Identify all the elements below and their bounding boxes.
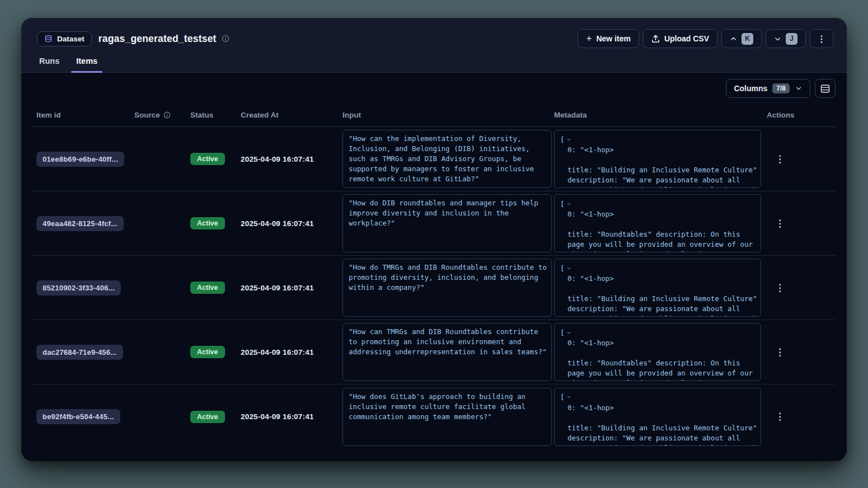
col-status: Status <box>190 111 241 119</box>
chevron-down-icon <box>795 85 803 92</box>
tab-runs[interactable]: Runs <box>39 57 59 72</box>
input-text: "How does GitLab's approach to building … <box>349 392 546 422</box>
metadata-text: 0: "<1-hop> title: "Roundtables" descrip… <box>560 209 755 252</box>
title-info-icon[interactable] <box>222 35 229 43</box>
item-id-badge[interactable]: dac27684-71e9-456... <box>36 345 123 360</box>
metadata-preview-box[interactable]: [ 0: "<1-hop> title: "Roundtables" descr… <box>554 323 761 381</box>
created-at-cell: 2025-04-09 16:07:41 <box>241 219 342 228</box>
metadata-preview-box[interactable]: [ 0: "<1-hop> title: "Building an Inclus… <box>554 388 761 446</box>
status-badge: Active <box>190 411 225 423</box>
status-badge: Active <box>190 217 225 229</box>
chevron-down-icon[interactable] <box>566 330 571 335</box>
chevron-down-icon[interactable] <box>566 266 571 271</box>
input-preview-box[interactable]: "How can the implementation of Diversity… <box>342 130 552 188</box>
rows-icon <box>820 85 830 93</box>
metadata-open-line: [ <box>560 392 755 403</box>
plus-icon: + <box>586 34 592 43</box>
metadata-preview-box[interactable]: [ 0: "<1-hop> title: "Building an Inclus… <box>554 130 761 188</box>
columns-select-button[interactable]: Columns 7/8 <box>726 79 810 98</box>
input-text: "How do TMRGs and DIB Roundtables contri… <box>349 262 546 293</box>
info-icon[interactable] <box>163 111 171 119</box>
table-row: dac27684-71e9-456... Active 2025-04-09 1… <box>32 320 836 384</box>
dataset-badge-label: Dataset <box>57 35 85 43</box>
table-row: 01ee8b69-e6be-40ff... Active 2025-04-09 … <box>32 127 836 191</box>
input-cell: "How do DIB roundtables and manager tips… <box>342 194 554 252</box>
input-cell: "How can the implementation of Diversity… <box>342 130 554 188</box>
col-item-id: Item id <box>36 111 134 119</box>
input-cell: "How do TMRGs and DIB Roundtables contri… <box>342 259 554 317</box>
actions-cell: ⋮ <box>767 218 836 229</box>
item-id-cell: dac27684-71e9-456... <box>36 345 134 360</box>
metadata-preview-box[interactable]: [ 0: "<1-hop> title: "Building an Inclus… <box>554 259 761 317</box>
metadata-cell: [ 0: "<1-hop> title: "Roundtables" descr… <box>554 323 767 381</box>
metadata-open-line: [ <box>560 327 755 338</box>
metadata-cell: [ 0: "<1-hop> title: "Roundtables" descr… <box>554 194 767 252</box>
col-created-at: Created At <box>241 111 342 119</box>
upload-icon <box>651 35 660 43</box>
prev-item-button[interactable]: K <box>721 29 762 48</box>
metadata-cell: [ 0: "<1-hop> title: "Building an Inclus… <box>554 130 767 188</box>
chevron-up-icon <box>730 35 737 43</box>
col-actions: Actions <box>767 111 836 119</box>
col-metadata: Metadata <box>554 111 767 119</box>
header-actions: + New item Upload CSV K J ⋮ <box>578 29 833 48</box>
key-badge-j: J <box>786 33 797 45</box>
tabs: Runs Items <box>37 57 833 72</box>
item-id-badge[interactable]: be92f4fb-e504-445... <box>36 409 120 424</box>
status-badge: Active <box>190 153 225 165</box>
item-id-badge[interactable]: 49eaa482-8125-4fcf... <box>36 216 124 231</box>
actions-cell: ⋮ <box>767 346 836 358</box>
row-height-button[interactable] <box>815 79 836 98</box>
actions-cell: ⋮ <box>767 153 836 165</box>
metadata-cell: [ 0: "<1-hop> title: "Building an Inclus… <box>554 259 767 317</box>
item-id-badge[interactable]: 85210902-3f33-406... <box>36 280 121 295</box>
created-at-cell: 2025-04-09 16:07:41 <box>241 412 342 421</box>
input-preview-box[interactable]: "How does GitLab's approach to building … <box>342 388 552 446</box>
actions-cell: ⋮ <box>767 282 836 294</box>
item-id-cell: 01ee8b69-e6be-40ff... <box>36 152 134 167</box>
metadata-preview-box[interactable]: [ 0: "<1-hop> title: "Roundtables" descr… <box>554 194 761 252</box>
chevron-down-icon[interactable] <box>566 201 571 207</box>
table-body: 01ee8b69-e6be-40ff... Active 2025-04-09 … <box>32 127 836 449</box>
metadata-text: 0: "<1-hop> title: "Building an Inclusiv… <box>560 145 755 188</box>
metadata-open-line: [ <box>560 134 755 145</box>
database-icon <box>44 35 53 43</box>
input-text: "How can TMRGs and DIB Roundtables contr… <box>349 327 546 357</box>
row-actions-menu-button[interactable]: ⋮ <box>767 218 785 229</box>
metadata-text: 0: "<1-hop> title: "Roundtables" descrip… <box>560 338 755 381</box>
chevron-down-icon[interactable] <box>566 395 571 400</box>
key-badge-k: K <box>742 33 753 45</box>
item-id-badge[interactable]: 01ee8b69-e6be-40ff... <box>36 152 124 167</box>
app-header: Dataset ragas_generated_testset + New it… <box>21 18 847 73</box>
chevron-down-icon[interactable] <box>566 137 571 142</box>
columns-count-badge: 7/8 <box>772 83 790 93</box>
table-row: be92f4fb-e504-445... Active 2025-04-09 1… <box>32 384 836 449</box>
status-cell: Active <box>190 153 241 165</box>
metadata-text: 0: "<1-hop> title: "Building an Inclusiv… <box>560 274 755 317</box>
metadata-text: 0: "<1-hop> title: "Building an Inclusiv… <box>560 403 755 446</box>
status-badge: Active <box>190 346 225 358</box>
dataset-badge: Dataset <box>37 31 92 46</box>
kebab-icon: ⋮ <box>817 34 826 44</box>
item-id-cell: be92f4fb-e504-445... <box>36 409 134 424</box>
created-at-cell: 2025-04-09 16:07:41 <box>241 348 342 356</box>
col-source: Source <box>134 111 190 119</box>
actions-cell: ⋮ <box>767 411 836 423</box>
upload-csv-button[interactable]: Upload CSV <box>643 29 717 48</box>
row-actions-menu-button[interactable]: ⋮ <box>767 346 785 358</box>
input-preview-box[interactable]: "How do TMRGs and DIB Roundtables contri… <box>342 259 552 317</box>
new-item-button[interactable]: + New item <box>578 29 639 48</box>
input-preview-box[interactable]: "How can TMRGs and DIB Roundtables contr… <box>342 323 552 381</box>
created-at-cell: 2025-04-09 16:07:41 <box>241 155 342 163</box>
row-actions-menu-button[interactable]: ⋮ <box>767 282 785 294</box>
status-badge: Active <box>190 281 225 294</box>
tab-items[interactable]: Items <box>76 57 97 72</box>
table-row: 49eaa482-8125-4fcf... Active 2025-04-09 … <box>32 191 836 256</box>
item-id-cell: 85210902-3f33-406... <box>36 280 134 295</box>
row-actions-menu-button[interactable]: ⋮ <box>767 411 785 423</box>
header-more-menu-button[interactable]: ⋮ <box>810 29 833 48</box>
input-preview-box[interactable]: "How do DIB roundtables and manager tips… <box>342 194 552 252</box>
next-item-button[interactable]: J <box>766 29 806 48</box>
metadata-open-line: [ <box>560 198 755 209</box>
row-actions-menu-button[interactable]: ⋮ <box>767 153 785 165</box>
